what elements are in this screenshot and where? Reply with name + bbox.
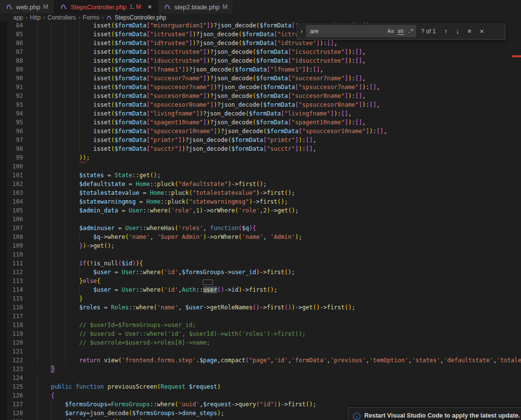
regex-icon[interactable]: .* <box>407 28 414 34</box>
code-token: ? <box>221 128 224 135</box>
code-token: isset <box>94 40 111 47</box>
code-token: -> <box>207 233 213 240</box>
code-token: ) <box>299 137 302 143</box>
code-line[interactable]: 100 <box>0 162 521 171</box>
previous-match-icon[interactable]: ↑ <box>444 28 448 35</box>
code-line[interactable]: 117 <box>0 312 521 321</box>
tab-stepscontroller-php[interactable]: StepsController.php 1, M × <box>54 0 158 14</box>
find-input[interactable]: are Aa ab .* <box>306 25 416 37</box>
indent-guide <box>51 100 51 109</box>
code-line[interactable]: 120 // $userrole=$usersd->roles[0]->name… <box>0 338 521 347</box>
code-token: State <box>115 172 132 179</box>
breadcrumb-item-forms[interactable]: Forms <box>83 14 99 21</box>
breadcrumb-item-app[interactable]: app <box>13 14 23 21</box>
code-token: ) <box>213 84 217 91</box>
match-case-icon[interactable]: Aa <box>387 28 394 34</box>
code-line[interactable]: 86 isset($formData["idtrustee"])?json_de… <box>0 39 521 47</box>
code-token: $formData <box>235 66 267 73</box>
code-token: get <box>94 242 104 249</box>
code-token: $array <box>65 410 86 417</box>
code-token: json_decode <box>221 84 260 91</box>
code-line[interactable]: 107 $adminuser = User::whereHas('roles',… <box>0 224 521 233</box>
code-line[interactable]: 115 } <box>0 294 521 303</box>
indent-guide <box>37 215 38 224</box>
code-line[interactable]: 91 isset($formData["spsuccesor7name"])?j… <box>0 83 521 92</box>
code-line[interactable]: 105 $admin_data = User::where('role',1)-… <box>0 206 521 215</box>
code-line[interactable]: 99 )); <box>0 153 521 162</box>
code-token: 'defaultstate' <box>444 357 493 364</box>
breadcrumb-item-controllers[interactable]: Controllers <box>47 14 76 21</box>
code-line[interactable]: 126 { <box>0 391 521 400</box>
code-token: json_decode <box>207 110 245 117</box>
code-token: "idsucctrustee" <box>150 57 203 64</box>
breadcrumb-item-http[interactable]: Http <box>30 14 41 21</box>
code-line[interactable]: 122 return view('frontend.forms.step'.$p… <box>0 356 521 365</box>
code-line[interactable]: 92 isset($formData["succesor8name"])?jso… <box>0 92 521 100</box>
code-line[interactable]: 112 $user = User::where('id',$formsGroup… <box>0 268 521 277</box>
code-line[interactable]: 90 isset($formData["succesor7name"])?jso… <box>0 74 521 83</box>
code-token: json_decode <box>213 75 252 82</box>
find-in-selection-icon[interactable]: ≡ <box>468 28 472 34</box>
code-token: 'id' <box>274 357 288 364</box>
close-find-icon[interactable]: × <box>480 28 484 35</box>
indent-guide <box>51 136 51 144</box>
code-line[interactable]: 97 isset($formData["primtr"])?json_decod… <box>0 136 521 144</box>
code-line[interactable]: 125 public function previousScreen(Reque… <box>0 382 521 391</box>
next-match-icon[interactable]: ↓ <box>456 28 459 35</box>
indent-guide <box>51 268 51 277</box>
code-line[interactable]: 87 isset($formData["icsucctrustee"])?jso… <box>0 47 521 56</box>
code-line[interactable]: 119 // $usersd = User::where('id', $user… <box>0 329 521 338</box>
code-line[interactable]: 104 $statewarningmsg = Home::pluck("stat… <box>0 197 521 206</box>
vscode-window: web.php M StepsController.php 1, M × ste… <box>0 0 521 420</box>
tab-web-php[interactable]: web.php M <box>0 0 54 14</box>
update-notification-toast[interactable]: i Restart Visual Studio Code to apply th… <box>348 407 521 420</box>
code-line[interactable]: 96 isset($formData["spsuccesor10name"])?… <box>0 127 521 136</box>
close-tab-icon[interactable]: × <box>148 3 152 10</box>
code-token: [ <box>291 22 295 29</box>
code-line[interactable]: 116 $roles = Roles::where('name', $user-… <box>0 303 521 312</box>
tab-step2-blade-php[interactable]: step2.blade.php M <box>158 0 234 14</box>
find-query-text[interactable]: are <box>310 28 384 35</box>
code-line[interactable]: 111 if(!is_null($id)){ <box>0 259 521 268</box>
code-token: "succesor7name" <box>150 75 203 82</box>
code-line[interactable]: 98 isset($formData["succtr"])?json_decod… <box>0 144 521 153</box>
code-line[interactable]: 114 $user = User::where('id',Auth::user(… <box>0 285 521 294</box>
code-line[interactable]: 93 isset($formData["spsuccesor8name"])?j… <box>0 100 521 109</box>
code-line[interactable]: 101 $states = State::get(); <box>0 171 521 180</box>
indent-guide <box>65 215 66 224</box>
code-line[interactable]: 88 isset($formData["idsucctrustee"])?jso… <box>0 56 521 65</box>
code-line[interactable]: 121 <box>0 347 521 356</box>
code-token: ( <box>185 198 189 205</box>
code-editor[interactable]: 84 isset($formData["minorguardian1"])?js… <box>0 22 521 420</box>
whole-word-icon[interactable]: ab <box>398 28 404 35</box>
code-token: ; <box>313 401 316 408</box>
code-token: , <box>362 48 366 55</box>
indent-guide <box>65 171 66 180</box>
code-line[interactable]: 89 isset($formData["lfname1"])?json_deco… <box>0 65 521 74</box>
code-line[interactable]: 113 }else{ <box>0 277 521 285</box>
toggle-replace-chevron-icon[interactable]: › <box>297 27 306 35</box>
code-token: User <box>121 286 136 293</box>
code-token: ( <box>284 304 288 311</box>
code-line[interactable]: 102 $defaultstate = Home::pluck("default… <box>0 180 521 188</box>
code-token: ] <box>203 75 207 82</box>
code-token: "idsucctrustee" <box>291 57 344 64</box>
breadcrumb-item-file[interactable]: StepsController.php <box>106 14 166 21</box>
code-line[interactable]: 118 // $userId=$formsGroups->user_id; <box>0 321 521 329</box>
code-line[interactable]: 123 } <box>0 365 521 373</box>
code-line[interactable]: 94 isset($formData["livingfname"])?json_… <box>0 109 521 118</box>
code-line[interactable]: 103 $totalestatevalue = Home::pluck("tot… <box>0 188 521 197</box>
code-line[interactable]: 108 $q->where('name', 'Super Admin')->or… <box>0 233 521 241</box>
code-token: ( <box>111 75 115 82</box>
code-token: isset <box>94 93 111 99</box>
code-token: , <box>377 84 380 91</box>
code-token: json_decode <box>224 128 263 135</box>
code-token: ) <box>249 225 253 232</box>
code-line[interactable]: 109 })->get(); <box>0 241 521 250</box>
code-line[interactable]: 124 <box>0 373 521 382</box>
code-token: , <box>320 66 323 73</box>
code-line[interactable]: 106 <box>0 215 521 224</box>
code-line[interactable]: 95 isset($formData["spagent10name"])?jso… <box>0 118 521 127</box>
indent-guide <box>51 312 51 321</box>
code-line[interactable]: 110 <box>0 250 521 259</box>
